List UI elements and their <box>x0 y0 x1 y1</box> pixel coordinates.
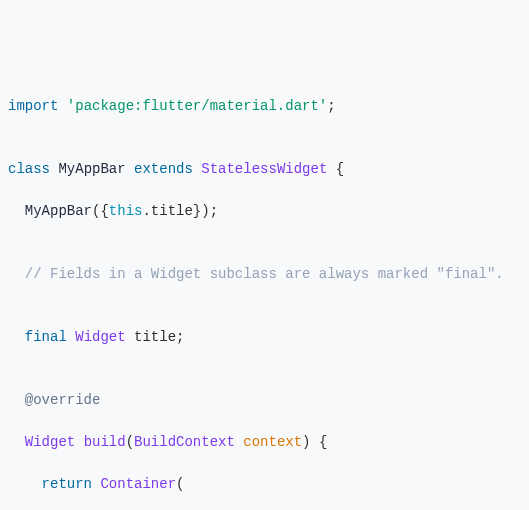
code-block: import 'package:flutter/material.dart'; … <box>8 96 521 510</box>
code-line: MyAppBar({this.title}); <box>8 201 521 222</box>
code-line: class MyAppBar extends StatelessWidget { <box>8 159 521 180</box>
code-line: final Widget title; <box>8 327 521 348</box>
code-line: @override <box>8 390 521 411</box>
code-line: // Fields in a Widget subclass are alway… <box>8 264 521 285</box>
code-line: Widget build(BuildContext context) { <box>8 432 521 453</box>
code-line: import 'package:flutter/material.dart'; <box>8 96 521 117</box>
code-line: return Container( <box>8 474 521 495</box>
